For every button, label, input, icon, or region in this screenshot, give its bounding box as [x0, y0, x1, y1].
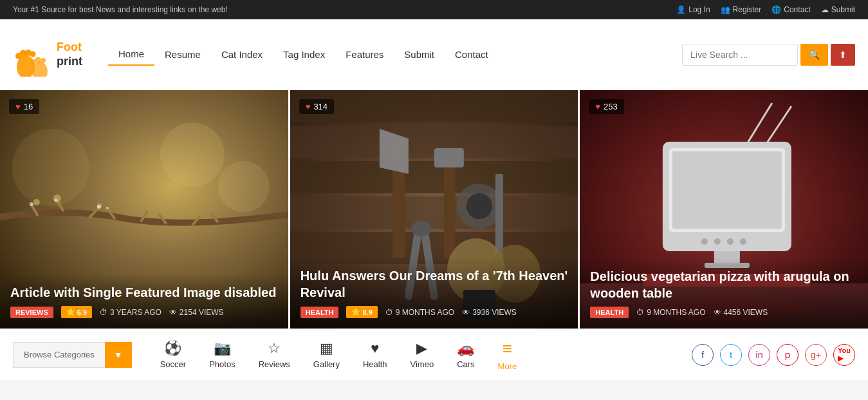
header: Foot print Home Resume Cat Index Tag Ind…	[0, 19, 868, 90]
login-link[interactable]: 👤 Log In	[676, 5, 710, 14]
heart-health-icon: ♥	[371, 340, 379, 357]
card-1-count: 16	[24, 102, 33, 111]
card-3-meta: HEALTH ⏱ 9 MONTHS AGO 👁 4456 VIEWS	[590, 307, 858, 318]
card-2-tag: HEALTH	[300, 307, 339, 318]
card-2-content: Hulu Answers Our Dreams of a '7th Heaven…	[290, 257, 578, 329]
cat-health[interactable]: ♥ Health	[354, 335, 396, 374]
cat-reviews-label: Reviews	[259, 359, 290, 369]
logo[interactable]: Foot print	[13, 25, 82, 84]
svg-rect-37	[434, 148, 464, 167]
logo-text: Foot print	[57, 41, 82, 68]
svg-point-54	[727, 238, 734, 245]
cat-more-label: More	[498, 361, 517, 371]
card-2-count: 314	[313, 102, 328, 111]
cat-photos[interactable]: 📷 Photos	[200, 335, 244, 374]
social-bar: f t in p g+ You▶	[692, 344, 855, 366]
card-3-views: 👁 4456 VIEWS	[714, 308, 768, 317]
svg-point-27	[106, 207, 109, 209]
card-1-rating: ⭐ 6.9	[61, 306, 92, 318]
card-1-content: Article with Single Featured Image disab…	[0, 274, 288, 329]
soccer-icon: ⚽	[164, 340, 181, 357]
svg-point-23	[12, 129, 89, 206]
svg-point-21	[160, 122, 225, 187]
card-2-time: ⏱ 9 MONTHS AGO	[385, 308, 454, 317]
svg-point-42	[466, 193, 492, 219]
card-2-views: 👁 3936 VIEWS	[462, 308, 517, 317]
cat-soccer[interactable]: ⚽ Soccer	[151, 335, 195, 374]
cat-vimeo[interactable]: ▶ Vimeo	[402, 335, 443, 374]
svg-point-26	[97, 205, 101, 209]
bottom-bar: Browse Categories ▼ ⚽ Soccer 📷 Photos ☆ …	[0, 329, 868, 380]
card-3-title: Delicious vegetarian pizza with arugula …	[590, 268, 858, 301]
instagram-icon[interactable]: in	[748, 344, 770, 366]
search-input[interactable]	[682, 44, 798, 66]
top-bar: Your #1 Source for best News and interes…	[0, 0, 868, 19]
cat-reviews[interactable]: ☆ Reviews	[250, 335, 299, 374]
nav-features[interactable]: Features	[335, 44, 394, 65]
browse-dropdown-button[interactable]: ▼	[105, 342, 132, 368]
nav-home[interactable]: Home	[108, 43, 154, 66]
cards-container: ♥ 16 Article with Single Featured Image …	[0, 90, 868, 329]
nav-tag-index[interactable]: Tag Index	[273, 44, 335, 65]
card-3[interactable]: ♥ 253 Delicious vegetarian pizza with ar…	[580, 90, 868, 329]
card-2-rating: ⭐ 8.9	[346, 306, 377, 318]
card-1-title: Article with Single Featured Image disab…	[10, 284, 278, 301]
register-link[interactable]: 👥 Register	[721, 5, 762, 14]
svg-point-25	[54, 199, 57, 202]
card-1-tag: REVIEWS	[10, 307, 53, 318]
cat-gallery-label: Gallery	[313, 359, 340, 369]
svg-point-52	[701, 238, 708, 245]
play-icon: ▶	[416, 340, 427, 357]
heart-icon-1: ♥	[15, 102, 21, 111]
browse-label: Browse Categories	[13, 342, 105, 368]
cat-gallery[interactable]: ▦ Gallery	[304, 335, 349, 374]
nav-resume[interactable]: Resume	[154, 44, 211, 65]
search-button[interactable]: 🔍	[800, 44, 828, 66]
card-2-meta: HEALTH ⭐ 8.9 ⏱ 9 MONTHS AGO 👁 3936 VIEWS	[300, 306, 568, 318]
nav-cat-index[interactable]: Cat Index	[211, 44, 273, 65]
svg-point-53	[714, 238, 721, 245]
svg-rect-36	[444, 155, 456, 258]
main-nav: Home Resume Cat Index Tag Index Features…	[108, 43, 682, 66]
svg-point-55	[740, 238, 746, 245]
card-1-views: 👁 2154 VIEWS	[169, 308, 224, 317]
card-2[interactable]: ♥ 314 Hulu Answers Our Dreams of a '7th …	[290, 90, 580, 329]
google-plus-icon[interactable]: g+	[805, 344, 827, 366]
top-bar-tagline: Your #1 Source for best News and interes…	[13, 5, 228, 14]
more-icon: ≡	[503, 339, 512, 359]
svg-rect-51	[672, 151, 782, 229]
youtube-icon[interactable]: You▶	[833, 344, 855, 366]
car-icon: 🚗	[457, 340, 474, 357]
logo-icon	[13, 25, 51, 84]
contact-link[interactable]: 🌐 Contact	[771, 5, 810, 14]
card-3-tag: HEALTH	[590, 307, 629, 318]
card-3-time: ⏱ 9 MONTHS AGO	[636, 308, 705, 317]
cat-health-label: Health	[363, 359, 387, 369]
svg-point-22	[218, 161, 270, 213]
svg-point-8	[41, 58, 46, 63]
category-nav: ⚽ Soccer 📷 Photos ☆ Reviews ▦ Gallery ♥ …	[151, 334, 692, 376]
nav-contact[interactable]: Contact	[445, 44, 499, 65]
card-3-count: 253	[604, 102, 618, 111]
heart-icon-3: ♥	[595, 102, 600, 111]
upload-button[interactable]: ⬆	[831, 44, 855, 66]
nav-submit[interactable]: Submit	[394, 44, 445, 65]
cat-cars[interactable]: 🚗 Cars	[448, 335, 483, 374]
card-2-title: Hulu Answers Our Dreams of a '7th Heaven…	[300, 267, 568, 301]
twitter-icon[interactable]: t	[720, 344, 742, 366]
search-area: 🔍 ⬆	[682, 44, 855, 66]
camera-icon: 📷	[214, 340, 231, 357]
card-1[interactable]: ♥ 16 Article with Single Featured Image …	[0, 90, 290, 329]
browse-categories: Browse Categories ▼	[13, 342, 132, 368]
cat-more[interactable]: ≡ More	[489, 334, 526, 376]
cat-photos-label: Photos	[209, 359, 235, 369]
star-icon: ☆	[268, 340, 281, 357]
svg-point-40	[412, 221, 431, 236]
top-bar-links: 👤 Log In 👥 Register 🌐 Contact ☁ Submit	[676, 5, 855, 14]
pinterest-icon[interactable]: p	[777, 344, 799, 366]
card-2-badge: ♥ 314	[299, 99, 334, 114]
card-3-content: Delicious vegetarian pizza with arugula …	[580, 258, 868, 329]
svg-rect-32	[290, 196, 578, 229]
facebook-icon[interactable]: f	[692, 344, 714, 366]
submit-link[interactable]: ☁ Submit	[821, 5, 855, 14]
